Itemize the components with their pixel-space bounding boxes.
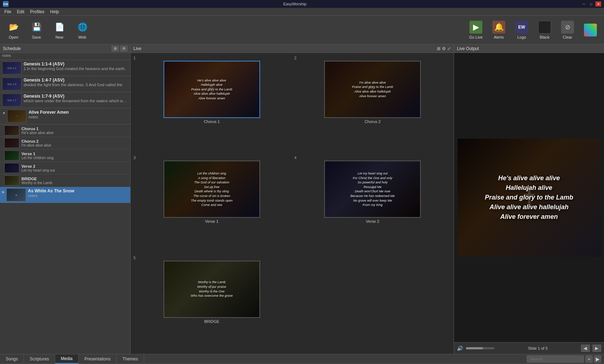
list-item[interactable]: Gen 1:7 Genesis 1:7-9 (ASV) which were u…: [0, 92, 130, 108]
volume-slider[interactable]: [466, 347, 495, 349]
slide-label: Verse 2: [366, 219, 379, 223]
logo-button[interactable]: EW Logo: [511, 18, 532, 42]
schedule-notes-item[interactable]: notes: [0, 53, 130, 60]
tab-actions: + ▶: [527, 355, 604, 363]
add-button[interactable]: +: [585, 355, 593, 363]
alerts-icon: 🔔: [492, 21, 505, 34]
slide-counter: Slide 1 of 5: [528, 346, 547, 350]
menu-profiles[interactable]: Profiles: [27, 9, 47, 15]
item-thumbnail: Gen 1:1: [2, 62, 21, 74]
open-icon: 📂: [7, 21, 20, 34]
schedule-grid-btn[interactable]: ⊞: [112, 46, 119, 51]
golive-button[interactable]: ▶ Go Live: [465, 18, 487, 42]
logo-icon: EW: [515, 21, 528, 34]
slide-preview[interactable]: He's alive alive aliveHallelujah alivePr…: [164, 61, 260, 118]
live-panel: Live ⊞ ⚙ ⤢ 1 He's alive alive aliveHalle…: [131, 44, 454, 354]
toolbar: 📂 Open 💾 Save 📄 New 🌐 Web ▶ Go Live 🔔 Al…: [0, 16, 604, 44]
cross-icon: [458, 139, 601, 257]
schedule-list: notes Gen 1:1 Genesis 1:1-4 (ASV) 1 In t…: [0, 53, 130, 354]
live-slide[interactable]: 1 He's alive alive aliveHallelujah alive…: [133, 56, 290, 151]
save-button[interactable]: 💾 Save: [26, 18, 47, 42]
sub-info: Verse 2 Let my heart sing out: [21, 164, 55, 172]
minimize-button[interactable]: ─: [581, 1, 587, 6]
open-button[interactable]: 📂 Open: [3, 18, 24, 42]
black-button[interactable]: Black: [534, 18, 555, 42]
tab-scriptures[interactable]: Scriptures: [24, 355, 55, 363]
item-thumbnail: ❄: [6, 188, 26, 201]
schedule-settings-btn[interactable]: ⚙: [120, 46, 127, 51]
next-slide-button[interactable]: ▶: [593, 345, 601, 352]
list-item[interactable]: ▼ ♪ Alive Forever Amen notes: [0, 108, 130, 124]
slide-preview[interactable]: Let the children singA song of liberatio…: [164, 161, 260, 218]
black-icon: [538, 21, 551, 34]
item-info: As White As The Snow notes: [28, 188, 128, 198]
bottom-tabs: Songs Scriptures Media Presentations The…: [0, 354, 604, 364]
item-info: Genesis 1:1-4 (ASV) 1 In the beginning G…: [24, 62, 128, 71]
sub-info: Chorus 1 He's alive alive alive: [21, 127, 54, 135]
list-item[interactable]: Verse 1 Let the children sing: [0, 149, 130, 162]
live-slide[interactable]: 4 Let my heart sing outFor Christ the On…: [294, 156, 451, 251]
schedule-panel: Schedule ⊞ ⚙ notes Gen 1:1 Genesis 1:1-4…: [0, 44, 131, 354]
slide-label: Chorus 1: [204, 119, 220, 124]
live-settings-btn[interactable]: ⚙: [442, 46, 446, 51]
title-bar: EW EasyWorship ─ □ ✕: [0, 0, 604, 8]
output-preview: He's alive alive aliveHallelujah alivePr…: [454, 53, 604, 342]
web-button[interactable]: 🌐 Web: [72, 18, 93, 42]
tab-media[interactable]: Media: [55, 354, 79, 364]
slide-preview[interactable]: I'm alive alive alivePraise and glory to…: [324, 61, 421, 118]
slide-preview[interactable]: Let my heart sing outFor Christ the One …: [324, 161, 421, 218]
menu-bar: File Edit Profiles Help: [0, 8, 604, 16]
sub-info: Verse 1 Let the children sing: [21, 152, 54, 160]
schedule-title: Schedule: [3, 46, 21, 51]
live-slide[interactable]: 3 Let the children singA song of liberat…: [133, 156, 290, 251]
new-icon: 📄: [53, 21, 66, 34]
maximize-button[interactable]: □: [588, 1, 594, 6]
clear-icon: ⊘: [561, 21, 574, 34]
list-item[interactable]: ▶ ❄ As White As The Snow notes: [0, 187, 130, 203]
list-item[interactable]: Verse 2 Let my heart sing out: [0, 162, 130, 174]
live-slide[interactable]: 5 Worthy is the LambWorthy of our praise…: [133, 256, 290, 351]
item-thumbnail: Gen 1:7: [2, 94, 21, 107]
live-expand-btn[interactable]: ⤢: [447, 46, 451, 51]
live-header: Live ⊞ ⚙ ⤢: [131, 44, 454, 53]
list-item[interactable]: Gen 1:4 Genesis 1:4-7 (ASV) divided the …: [0, 76, 130, 92]
list-item[interactable]: Chorus 1 He's alive alive alive: [0, 124, 130, 137]
live-slide[interactable]: 2 I'm alive alive alivePraise and glory …: [294, 56, 451, 151]
sub-thumbnail: [4, 138, 19, 148]
list-item[interactable]: Gen 1:1 Genesis 1:1-4 (ASV) 1 In the beg…: [0, 60, 130, 76]
new-button[interactable]: 📄 New: [49, 18, 70, 42]
menu-file[interactable]: File: [1, 9, 14, 15]
app-title: EasyWorship: [9, 2, 581, 6]
expand-button[interactable]: ▶: [594, 355, 601, 363]
menu-edit[interactable]: Edit: [14, 9, 27, 15]
item-thumbnail: ♪: [7, 110, 26, 123]
slide-label: Chorus 2: [365, 119, 381, 124]
bottom-panel: Songs Scriptures Media Presentations The…: [0, 354, 604, 364]
search-input[interactable]: [527, 355, 584, 363]
tab-presentations[interactable]: Presentations: [79, 355, 117, 363]
output-header: Live Output: [454, 44, 604, 53]
clear-button[interactable]: ⊘ Clear: [557, 18, 578, 42]
color-button[interactable]: [580, 18, 601, 42]
alerts-button[interactable]: 🔔 Alerts: [488, 18, 510, 42]
slide-preview[interactable]: Worthy is the LambWorthy of our praiseWo…: [164, 261, 260, 318]
live-grid-btn[interactable]: ⊞: [437, 46, 440, 51]
sub-info: Chorus 2 I'm alive alive alive: [21, 139, 51, 147]
menu-help[interactable]: Help: [47, 9, 62, 15]
prev-slide-button[interactable]: ◀: [581, 345, 590, 352]
item-thumbnail: Gen 1:4: [2, 78, 21, 90]
volume-fill: [466, 347, 483, 349]
close-button[interactable]: ✕: [595, 1, 601, 6]
schedule-header: Schedule ⊞ ⚙: [0, 44, 130, 53]
main-area: Schedule ⊞ ⚙ notes Gen 1:1 Genesis 1:1-4…: [0, 44, 604, 354]
live-slides-grid: 1 He's alive alive aliveHallelujah alive…: [131, 53, 454, 354]
tab-songs[interactable]: Songs: [0, 355, 24, 363]
app-logo: EW: [3, 1, 9, 7]
expand-arrow: ▶: [2, 190, 5, 194]
sub-info: BRIDGE Worthy is the Lamb: [21, 177, 52, 185]
tab-themes[interactable]: Themes: [117, 355, 144, 363]
expand-arrow: ▼: [2, 111, 6, 115]
list-item[interactable]: BRIDGE Worthy is the Lamb: [0, 174, 130, 187]
list-item[interactable]: Chorus 2 I'm alive alive alive: [0, 137, 130, 149]
web-icon: 🌐: [76, 21, 89, 34]
